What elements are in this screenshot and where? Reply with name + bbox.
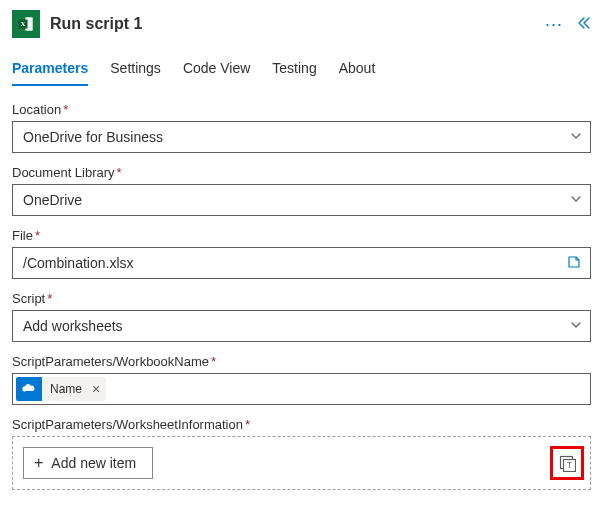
file-label: File* xyxy=(12,228,591,243)
field-workbook-name: ScriptParameters/WorkbookName* Name × xyxy=(12,354,591,405)
excel-glyph-icon: X xyxy=(17,15,35,33)
required-mark: * xyxy=(35,228,40,243)
required-mark: * xyxy=(63,102,68,117)
dynamic-token: Name × xyxy=(16,377,106,401)
location-value: OneDrive for Business xyxy=(23,129,570,145)
worksheet-label: ScriptParameters/WorksheetInformation* xyxy=(12,417,591,432)
chevron-down-icon xyxy=(570,318,582,334)
add-new-item-button[interactable]: + Add new item xyxy=(23,447,153,479)
script-value: Add worksheets xyxy=(23,318,570,334)
more-menu-icon[interactable]: ··· xyxy=(545,14,563,35)
field-worksheet-info: ScriptParameters/WorksheetInformation* +… xyxy=(12,417,591,490)
svg-text:X: X xyxy=(21,20,26,27)
collapse-icon[interactable] xyxy=(575,15,591,34)
workbook-label-text: ScriptParameters/WorkbookName xyxy=(12,354,209,369)
card-header: X Run script 1 ··· xyxy=(0,0,603,46)
tab-settings[interactable]: Settings xyxy=(110,60,161,86)
chevron-down-icon xyxy=(570,129,582,145)
file-picker-icon[interactable] xyxy=(566,254,582,273)
workbook-token-input[interactable]: Name × xyxy=(12,373,591,405)
parameters-form: Location* OneDrive for Business Document… xyxy=(0,86,603,502)
required-mark: * xyxy=(211,354,216,369)
svg-text:T: T xyxy=(567,461,572,470)
file-label-text: File xyxy=(12,228,33,243)
field-document-library: Document Library* OneDrive xyxy=(12,165,591,216)
onedrive-token-icon xyxy=(16,377,42,401)
switch-to-array-icon[interactable]: T xyxy=(557,453,577,473)
doclib-dropdown[interactable]: OneDrive xyxy=(12,184,591,216)
script-label-text: Script xyxy=(12,291,45,306)
tab-bar: Parameters Settings Code View Testing Ab… xyxy=(0,46,603,86)
excel-icon: X xyxy=(12,10,40,38)
worksheet-array-box: + Add new item T xyxy=(12,436,591,490)
location-label-text: Location xyxy=(12,102,61,117)
doclib-label-text: Document Library xyxy=(12,165,115,180)
required-mark: * xyxy=(47,291,52,306)
chevron-down-icon xyxy=(570,192,582,208)
card-title: Run script 1 xyxy=(50,15,545,33)
add-item-label: Add new item xyxy=(51,455,136,471)
field-location: Location* OneDrive for Business xyxy=(12,102,591,153)
header-actions: ··· xyxy=(545,14,591,35)
field-script: Script* Add worksheets xyxy=(12,291,591,342)
file-input[interactable]: /Combination.xlsx xyxy=(12,247,591,279)
worksheet-label-text: ScriptParameters/WorksheetInformation xyxy=(12,417,243,432)
doclib-value: OneDrive xyxy=(23,192,570,208)
highlight-box: T xyxy=(550,446,584,480)
location-label: Location* xyxy=(12,102,591,117)
token-label: Name xyxy=(42,377,90,401)
plus-icon: + xyxy=(34,454,43,472)
token-remove-icon[interactable]: × xyxy=(90,377,106,401)
script-dropdown[interactable]: Add worksheets xyxy=(12,310,591,342)
tab-testing[interactable]: Testing xyxy=(272,60,316,86)
required-mark: * xyxy=(117,165,122,180)
workbook-label: ScriptParameters/WorkbookName* xyxy=(12,354,591,369)
doclib-label: Document Library* xyxy=(12,165,591,180)
tab-about[interactable]: About xyxy=(339,60,376,86)
tab-code-view[interactable]: Code View xyxy=(183,60,250,86)
required-mark: * xyxy=(245,417,250,432)
script-label: Script* xyxy=(12,291,591,306)
file-value: /Combination.xlsx xyxy=(23,255,566,271)
field-file: File* /Combination.xlsx xyxy=(12,228,591,279)
tab-parameters[interactable]: Parameters xyxy=(12,60,88,86)
location-dropdown[interactable]: OneDrive for Business xyxy=(12,121,591,153)
